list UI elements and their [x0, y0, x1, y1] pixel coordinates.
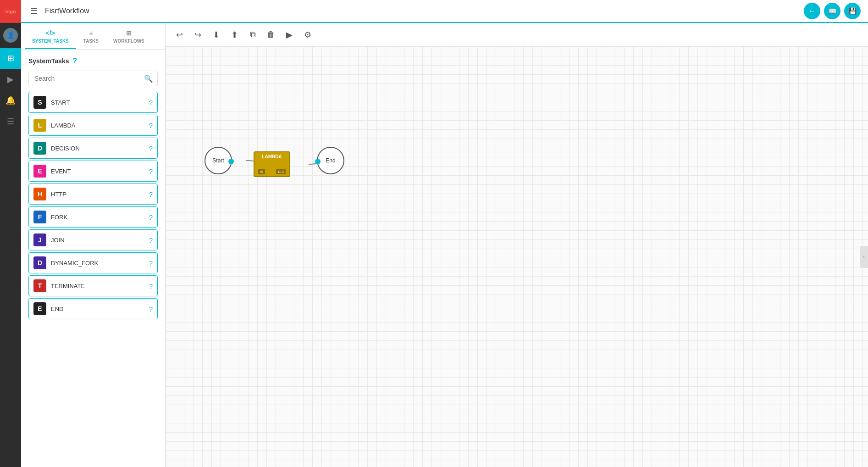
- save-button[interactable]: 💾: [844, 3, 861, 19]
- back-arrow-icon: ←: [808, 7, 816, 15]
- task-item-fork[interactable]: F FORK ?: [28, 206, 158, 228]
- lambda-badge: L: [33, 119, 46, 132]
- lambda-in-port[interactable]: in: [258, 169, 265, 174]
- workflow-title: FisrtWorkflow: [45, 7, 89, 15]
- search-input[interactable]: [28, 71, 158, 86]
- task-item-join[interactable]: J JOIN ?: [28, 229, 158, 250]
- end-input-port[interactable]: [315, 159, 321, 164]
- docs-button[interactable]: 📖: [824, 3, 840, 19]
- system-tasks-tab-icon: </>: [46, 29, 55, 37]
- redo-button[interactable]: ↪: [189, 27, 206, 43]
- workflows-tab-icon: ⊞: [126, 29, 132, 37]
- terminate-badge: T: [33, 279, 46, 292]
- system-tasks-tab-label: SYSTEM_TASKS: [32, 39, 69, 44]
- lambda-task-node[interactable]: LAMBDA in out: [254, 151, 290, 177]
- decision-label: DECISION: [51, 145, 144, 152]
- task-item-decision[interactable]: D DECISION ?: [28, 138, 158, 159]
- run-button[interactable]: ▶: [281, 27, 298, 43]
- workflow-grid-icon: ⊞: [7, 53, 14, 63]
- bell-icon: 🔔: [6, 95, 16, 106]
- dynamic-fork-help-icon[interactable]: ?: [149, 259, 153, 267]
- undo-button[interactable]: ↩: [171, 27, 188, 43]
- fork-help-icon[interactable]: ?: [149, 213, 153, 221]
- end-help-icon[interactable]: ?: [149, 305, 153, 313]
- section-title-text: SystemTasks: [28, 57, 69, 65]
- join-label: JOIN: [51, 237, 144, 244]
- lambda-task-title: LAMBDA: [254, 152, 289, 159]
- right-collapse-handle[interactable]: ›: [860, 246, 868, 268]
- search-icon[interactable]: 🔍: [144, 74, 153, 83]
- lambda-help-icon[interactable]: ?: [149, 122, 153, 129]
- upload-icon: ⬆: [231, 30, 238, 40]
- task-item-start[interactable]: S START ?: [28, 92, 158, 113]
- back-button[interactable]: ←: [804, 3, 820, 19]
- save-icon: 💾: [849, 7, 857, 15]
- avatar-nav[interactable]: 👤: [0, 25, 21, 46]
- start-help-icon[interactable]: ?: [149, 99, 153, 106]
- top-header: ☰ FisrtWorkflow ← 📖 💾: [21, 0, 868, 23]
- left-nav: logo 👤 ⊞ ▶ 🔔 ☰ ···: [0, 0, 21, 467]
- settings-nav-icon: ···: [8, 450, 12, 456]
- delete-icon: 🗑: [267, 30, 275, 39]
- event-help-icon[interactable]: ?: [149, 167, 153, 175]
- task-item-lambda[interactable]: L LAMBDA ?: [28, 115, 158, 136]
- task-item-event[interactable]: E EVENT ?: [28, 161, 158, 182]
- bottom-icon[interactable]: ···: [0, 442, 21, 463]
- start-label: START: [51, 99, 144, 106]
- tab-workflows[interactable]: ⊞ WORKFLOWS: [106, 23, 152, 49]
- tasks-tab-label: TASKS: [83, 39, 99, 44]
- main-content: ☰ FisrtWorkflow ← 📖 💾 </> SYSTEM_TASKS: [21, 0, 868, 467]
- section-title-area: SystemTasks ?: [28, 57, 158, 65]
- dynamic-fork-label: DYNAMIC_FORK: [51, 260, 144, 267]
- section-help-icon[interactable]: ?: [72, 57, 77, 65]
- hamburger-button[interactable]: ☰: [28, 4, 39, 18]
- join-help-icon[interactable]: ?: [149, 236, 153, 244]
- upload-button[interactable]: ⬆: [226, 27, 243, 43]
- body-area: </> SYSTEM_TASKS ≡ TASKS ⊞ WORKFLOWS Sys…: [21, 23, 868, 467]
- start-output-port[interactable]: [228, 159, 234, 164]
- end-label: END: [51, 306, 144, 312]
- start-node-label: Start: [212, 157, 224, 164]
- end-node[interactable]: End: [317, 147, 344, 174]
- task-list: S START ? L LAMBDA ? D DECISION ?: [28, 92, 158, 319]
- start-badge: S: [33, 96, 46, 109]
- task-item-http[interactable]: H HTTP ?: [28, 183, 158, 205]
- lambda-label: LAMBDA: [51, 122, 144, 129]
- start-node[interactable]: Start: [205, 147, 232, 174]
- event-label: EVENT: [51, 168, 144, 175]
- delete-button[interactable]: 🗑: [263, 27, 279, 43]
- sidebar-tabs: </> SYSTEM_TASKS ≡ TASKS ⊞ WORKFLOWS: [21, 23, 165, 50]
- play-nav-icon[interactable]: ▶: [0, 69, 21, 90]
- lambda-out-port[interactable]: out: [276, 169, 286, 174]
- decision-help-icon[interactable]: ?: [149, 145, 153, 152]
- tasks-tab-icon: ≡: [89, 29, 93, 37]
- sidebar-content: SystemTasks ? 🔍 S START ? L: [21, 50, 165, 467]
- fork-badge: F: [33, 211, 46, 223]
- list-nav-icon[interactable]: ☰: [0, 111, 21, 132]
- book-icon: 📖: [829, 7, 836, 15]
- settings-button[interactable]: ⚙: [299, 27, 316, 43]
- list-icon: ☰: [7, 117, 14, 127]
- canvas-grid[interactable]: Start LAMBDA in out End: [166, 47, 868, 467]
- tab-tasks[interactable]: ≡ TASKS: [76, 23, 106, 49]
- sidebar-panel: </> SYSTEM_TASKS ≡ TASKS ⊞ WORKFLOWS Sys…: [21, 23, 166, 467]
- canvas-toolbar: ↩ ↪ ⬇ ⬆ ⧉ 🗑 ▶: [166, 23, 868, 47]
- terminate-label: TERMINATE: [51, 283, 144, 289]
- http-help-icon[interactable]: ?: [149, 190, 153, 198]
- download-button[interactable]: ⬇: [208, 27, 224, 43]
- user-avatar: 👤: [3, 28, 18, 43]
- join-badge: J: [33, 234, 46, 246]
- task-item-end[interactable]: E END ?: [28, 298, 158, 319]
- run-icon: ▶: [286, 30, 293, 40]
- chevron-right-icon: ›: [863, 254, 865, 260]
- task-item-terminate[interactable]: T TERMINATE ?: [28, 275, 158, 296]
- copy-button[interactable]: ⧉: [244, 27, 261, 43]
- bell-nav-icon[interactable]: 🔔: [0, 90, 21, 111]
- terminate-help-icon[interactable]: ?: [149, 282, 153, 290]
- header-actions: ← 📖 💾: [804, 3, 861, 19]
- workflow-nav-icon[interactable]: ⊞: [0, 48, 21, 69]
- tab-system-tasks[interactable]: </> SYSTEM_TASKS: [25, 23, 76, 49]
- task-item-dynamic-fork[interactable]: D DYNAMIC_FORK ?: [28, 252, 158, 273]
- http-badge: H: [33, 188, 46, 200]
- dynamic-fork-badge: D: [33, 256, 46, 269]
